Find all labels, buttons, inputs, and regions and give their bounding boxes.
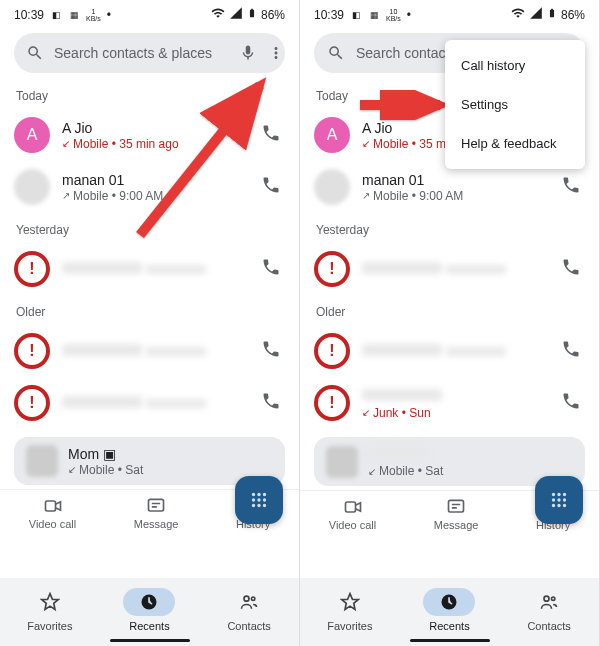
svg-point-24 — [563, 498, 566, 501]
avatar — [26, 445, 58, 477]
dialpad-fab[interactable] — [535, 476, 583, 524]
search-bar[interactable] — [14, 33, 285, 73]
section-older: Older — [0, 295, 299, 325]
svg-point-26 — [557, 504, 560, 507]
missed-icon: ↙ — [362, 407, 370, 418]
blurred-meta — [446, 347, 506, 356]
sim-icon: ▦ — [68, 9, 80, 21]
blurred-name — [368, 447, 428, 459]
call-button[interactable] — [261, 339, 285, 363]
svg-point-21 — [563, 493, 566, 496]
battery-pct: 86% — [261, 8, 285, 22]
call-item[interactable]: ! — [300, 325, 599, 377]
wifi-icon — [511, 6, 525, 23]
svg-line-15 — [140, 85, 260, 235]
blurred-name — [62, 396, 142, 408]
outgoing-icon: ↗ — [62, 190, 70, 201]
tutorial-arrow — [130, 75, 280, 249]
call-item[interactable]: ! — [0, 243, 299, 295]
overflow-menu: Call history Settings Help & feedback — [445, 40, 585, 169]
net-speed: 10KB/s — [386, 8, 401, 22]
avatar: A — [314, 117, 350, 153]
dialpad-fab[interactable] — [235, 476, 283, 524]
search-input[interactable] — [54, 45, 229, 61]
blurred-meta — [446, 265, 506, 274]
spam-icon: ! — [314, 333, 350, 369]
avatar — [14, 169, 50, 205]
svg-point-8 — [263, 498, 266, 501]
signal-icon — [529, 6, 543, 23]
call-item[interactable]: ! ↙Junk • Sun — [300, 377, 599, 429]
nav-indicator — [410, 639, 490, 642]
svg-point-13 — [244, 596, 249, 601]
tab-message[interactable]: Message — [134, 496, 179, 530]
nav-recents[interactable]: Recents — [409, 588, 489, 632]
spam-icon: ! — [314, 251, 350, 287]
tutorial-arrow — [355, 90, 455, 124]
call-button[interactable] — [561, 257, 585, 281]
status-time: 10:39 — [314, 8, 344, 22]
svg-point-23 — [557, 498, 560, 501]
missed-icon: ↙ — [362, 138, 370, 149]
notification-icon: ◧ — [350, 9, 362, 21]
svg-point-30 — [552, 597, 555, 600]
svg-rect-0 — [45, 501, 55, 511]
battery-pct: 86% — [561, 8, 585, 22]
search-icon — [326, 43, 346, 63]
menu-call-history[interactable]: Call history — [445, 46, 585, 85]
nav-recents[interactable]: Recents — [109, 588, 189, 632]
spam-icon: ! — [14, 333, 50, 369]
svg-rect-1 — [149, 499, 164, 511]
svg-point-14 — [252, 597, 255, 600]
avatar — [314, 169, 350, 205]
call-button[interactable] — [261, 391, 285, 415]
svg-point-25 — [552, 504, 555, 507]
svg-point-27 — [563, 504, 566, 507]
wifi-icon — [211, 6, 225, 23]
call-button[interactable] — [561, 391, 585, 415]
svg-point-9 — [252, 504, 255, 507]
svg-point-19 — [552, 493, 555, 496]
menu-help[interactable]: Help & feedback — [445, 124, 585, 163]
battery-icon — [547, 6, 557, 23]
call-button[interactable] — [261, 257, 285, 281]
mic-icon[interactable] — [239, 43, 257, 63]
dot-icon: • — [407, 8, 411, 22]
call-button[interactable] — [561, 339, 585, 363]
nav-favorites[interactable]: Favorites — [10, 588, 90, 632]
tab-message[interactable]: Message — [434, 497, 479, 531]
call-button[interactable] — [561, 175, 585, 199]
svg-point-29 — [544, 596, 549, 601]
nav-indicator — [110, 639, 190, 642]
bottom-nav: Favorites Recents Contacts — [0, 578, 299, 646]
status-time: 10:39 — [14, 8, 44, 22]
call-meta: ↙Junk • Sun — [362, 406, 549, 420]
spam-icon: ! — [14, 385, 50, 421]
incoming-icon: ↙ — [368, 466, 376, 477]
blurred-meta — [146, 399, 206, 408]
more-icon[interactable] — [267, 43, 285, 63]
menu-settings[interactable]: Settings — [445, 85, 585, 124]
avatar: A — [14, 117, 50, 153]
battery-icon — [247, 6, 257, 23]
nav-contacts[interactable]: Contacts — [509, 588, 589, 632]
avatar — [326, 446, 358, 478]
notification-icon: ◧ — [50, 9, 62, 21]
call-item[interactable]: ! — [0, 325, 299, 377]
svg-point-11 — [263, 504, 266, 507]
svg-point-10 — [257, 504, 260, 507]
blurred-name — [62, 262, 142, 274]
nav-favorites[interactable]: Favorites — [310, 588, 390, 632]
svg-point-4 — [257, 493, 260, 496]
sim-icon: ▦ — [368, 9, 380, 21]
tab-videocall[interactable]: Video call — [329, 497, 377, 531]
nav-contacts[interactable]: Contacts — [209, 588, 289, 632]
call-item[interactable]: ! — [0, 377, 299, 429]
spam-icon: ! — [314, 385, 350, 421]
call-item[interactable]: ! — [300, 243, 599, 295]
tab-videocall[interactable]: Video call — [29, 496, 77, 530]
spam-icon: ! — [14, 251, 50, 287]
missed-icon: ↙ — [62, 138, 70, 149]
svg-point-3 — [252, 493, 255, 496]
suggest-meta: ↙Mobile • Sat — [368, 464, 573, 478]
